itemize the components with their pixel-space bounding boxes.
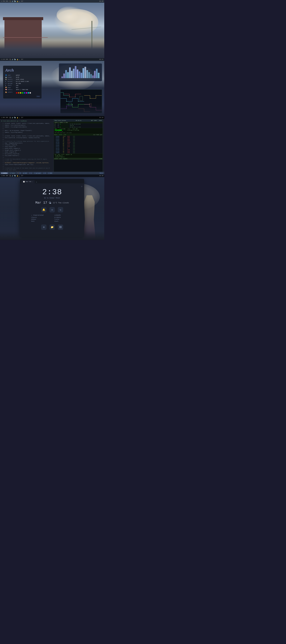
proc-indicator: [ bbox=[54, 137, 55, 138]
proc-mem: 203M bbox=[67, 140, 72, 142]
arch-ground-fade bbox=[0, 104, 104, 116]
pkgs-val: 917 bbox=[16, 87, 18, 88]
trello-link[interactable]: Trello bbox=[54, 219, 73, 220]
dribbble-link[interactable]: Dribbble bbox=[54, 217, 73, 218]
quicklink-bell[interactable]: 🔔 bbox=[41, 207, 46, 212]
quicklink-grid[interactable]: ⊞ bbox=[41, 224, 46, 230]
user-icon: 👤 bbox=[5, 74, 7, 76]
svg-point-17 bbox=[78, 101, 78, 102]
code-line-row: 76# construct the head of the model that… bbox=[1, 167, 51, 169]
classic-link[interactable]: Classic bbox=[31, 217, 50, 218]
topbar-1: 1.75% 55% ⬛ 🔊 📡 🔒 ☁ 25° 02:20 bbox=[0, 0, 104, 3]
building-roof bbox=[3, 17, 43, 20]
proc-user: we bbox=[63, 151, 67, 152]
code-line-row: 57 bbox=[1, 133, 51, 135]
viz-bar-16 bbox=[92, 76, 94, 78]
htop-c1-row: C1 0% 12% 6% bbox=[54, 125, 103, 126]
arch-timer: 19ms bbox=[36, 96, 40, 97]
arch-row-colors: 🎨 colors bbox=[5, 91, 39, 94]
rock-link[interactable]: Rock bbox=[31, 221, 50, 222]
viz-bar-4 bbox=[69, 68, 71, 78]
lsp-indicator: ⬛ 5 bbox=[17, 172, 21, 174]
tree-label: tree bbox=[64, 134, 66, 135]
ale-indicator: ▲ A19 bbox=[22, 172, 27, 174]
line-number: 64 bbox=[1, 146, 4, 148]
pyright-label: ⚡ pyright bbox=[34, 172, 41, 174]
browser-tab-new[interactable]: ⬜ New Tab ✕ bbox=[21, 180, 35, 183]
git-branch: ⎇ main bbox=[9, 172, 16, 174]
tab-close-button[interactable]: ✕ bbox=[32, 181, 33, 182]
time-1: 02:20 bbox=[99, 0, 103, 2]
inspirational-links: ♪ Inspirational LinkedIn Classic Dribbbl… bbox=[31, 214, 73, 222]
shared-val: 1.97 GiB 8.36 bbox=[55, 131, 63, 132]
proc-user: We bbox=[63, 143, 67, 144]
proc-row: [117614ls185M0.0 bbox=[54, 139, 103, 140]
select-label: select bbox=[54, 158, 58, 159]
section-wallpaper-1: 1.75% 55% ⬛ 🔊 📡 🔒 ☁ 25° 02:20 ✈ bbox=[0, 0, 104, 58]
proc-pid: 137453 bbox=[55, 137, 62, 138]
status-icons-3: ⬛ 🔊 📡 🔒 ☁ bbox=[9, 117, 20, 118]
code-editor: ◆ train_mask_detector.py × headModel 51(… bbox=[0, 119, 52, 172]
topbar-left-1: 1.75% 55% ⬛ 🔊 📡 🔒 ☁ 25° bbox=[1, 0, 23, 2]
line-number: 66 bbox=[1, 149, 4, 151]
proc-indicator: [ bbox=[54, 146, 55, 148]
code-line-row: 59 test_size=0.20, stratify=labels, rand… bbox=[1, 137, 51, 139]
proc-indicator: [ bbox=[54, 145, 55, 146]
c0-extra: C4 0% C6 1% C8 0% bbox=[70, 124, 80, 125]
shell-val: zsh bbox=[16, 85, 18, 86]
linkedin-link[interactable]: LinkedIn bbox=[54, 214, 73, 216]
weather-3: 25° bbox=[21, 117, 23, 118]
color-dot-blue bbox=[24, 92, 25, 94]
quicklink-refresh[interactable]: ↻ bbox=[58, 207, 63, 212]
line-number: 70 bbox=[1, 156, 4, 158]
memory-key: memory bbox=[7, 89, 15, 90]
viz-bar-9 bbox=[79, 72, 80, 78]
proc-pid: 115706 bbox=[55, 142, 62, 143]
htop-bat: BAT 100% ~ 2000 bbox=[91, 120, 102, 121]
quicklink-folder[interactable]: 📁 bbox=[49, 224, 55, 230]
code-lines: 51(trainX, testX, trainY, testY) = train… bbox=[1, 122, 51, 172]
kernel-icon: ⚙ bbox=[5, 81, 7, 82]
htop-c2-row: C2 3% C5 3% C8 1 1 1 2% bbox=[54, 126, 103, 128]
viz-bar-14 bbox=[88, 72, 90, 78]
c0-bar bbox=[60, 124, 69, 125]
tab-label: New Tab bbox=[26, 181, 31, 182]
browser-ground bbox=[0, 231, 104, 240]
code-line-row: 63 rotation_range=20, bbox=[1, 144, 51, 146]
htop-time: 02:19:41 bbox=[76, 120, 81, 121]
grid-icon: ⊞ bbox=[41, 224, 46, 230]
section-arch: 1.11% 50% ⬛ 🔊 📡 🔒 ☁ 25° 02:12 Arch 👤 use… bbox=[0, 58, 104, 116]
topbar-4: 1.04% 36% ⬛ 🔊 📡 🔒 ☁ 25° 02:38 bbox=[0, 174, 104, 177]
music-inspirational[interactable]: ♪ Inspirational bbox=[31, 214, 50, 216]
proc-pid: 127539 bbox=[55, 151, 62, 152]
topbar-right-3: 02:19 bbox=[99, 117, 103, 118]
viz-bar-8 bbox=[77, 70, 78, 78]
c2-label: C2 bbox=[54, 126, 57, 128]
quicklink-mail[interactable]: ✉ bbox=[49, 207, 55, 212]
mem-fill bbox=[55, 130, 62, 130]
mem-label: Mem bbox=[55, 128, 57, 130]
line-number: 65 bbox=[1, 148, 4, 149]
viz-bar-3 bbox=[67, 72, 69, 78]
oldies-link[interactable]: Oldies bbox=[31, 219, 50, 220]
c2-bar bbox=[60, 127, 69, 128]
arch-row-memory: 🧠 memory 3073 | 7288 MiB bbox=[5, 89, 39, 90]
line-number: 67 bbox=[1, 151, 4, 153]
slack-link[interactable]: Slack bbox=[54, 221, 73, 222]
topbar-right-2: 02:12 bbox=[99, 59, 103, 60]
line-content: labels = lb.transform(labels) bbox=[5, 124, 25, 126]
bottom-quicklinks: ⊞ 📁 🖼 bbox=[41, 224, 63, 230]
line-number: 61 bbox=[1, 140, 4, 142]
proc-mem: 632M bbox=[67, 136, 72, 137]
proc-indicator: [ bbox=[54, 142, 55, 143]
settings-icon[interactable]: ⚙ bbox=[81, 185, 82, 188]
proc-user: ro bbox=[63, 142, 67, 143]
quicklink-image[interactable]: 🖼 bbox=[58, 224, 63, 230]
oldies-label: Oldies bbox=[31, 219, 36, 220]
line-content: width_shift_range=0.2, bbox=[5, 148, 20, 149]
weather-1: 25° bbox=[21, 0, 23, 2]
proc-cpu: 0.0 bbox=[73, 140, 75, 142]
new-tab-button[interactable]: + bbox=[36, 181, 37, 183]
proc-mem: 127M bbox=[67, 145, 72, 146]
htop-mem-detail: 4.38 GiB A 2.88 GiB bbox=[55, 130, 102, 131]
